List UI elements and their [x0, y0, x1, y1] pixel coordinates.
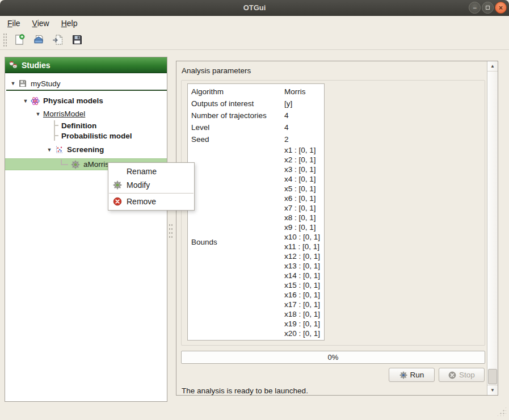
bounds-label: Bounds — [191, 238, 284, 246]
run-button[interactable]: Run — [389, 368, 435, 382]
tree-item-probabilistic-model[interactable]: Probabilistic model — [55, 131, 167, 141]
bounds-item: x3 : [0, 1] — [284, 165, 321, 174]
parameters-table: Algorithm Morris Outputs of interest [y]… — [187, 83, 325, 341]
window-title: OTGui — [243, 3, 266, 12]
studies-icon — [9, 60, 18, 70]
maximize-icon — [486, 6, 490, 10]
param-value: 2 — [284, 135, 321, 144]
expand-arrow-icon[interactable]: ▼ — [10, 81, 16, 86]
menu-item-file[interactable]: File — [6, 18, 22, 29]
tree-item-mystudy[interactable]: ▼ myStudy — [5, 78, 167, 89]
scrollbar-thumb[interactable] — [488, 369, 497, 384]
close-button[interactable]: × — [495, 2, 507, 14]
menubar: File View Help — [0, 16, 509, 30]
model-sub-items: Definition Probabilistic model — [54, 120, 167, 141]
tree-item-label: myStudy — [31, 79, 61, 88]
scroll-up-button[interactable]: ▲ — [487, 61, 498, 72]
branch-tick — [55, 135, 58, 136]
import-script-button[interactable] — [51, 32, 65, 47]
branch-elbow — [61, 159, 68, 165]
bounds-item: x18 : [0, 1] — [284, 309, 321, 319]
atom-icon — [31, 96, 40, 106]
progress-value: 0% — [328, 353, 339, 362]
open-folder-icon — [33, 34, 44, 45]
minimize-icon: − — [473, 5, 477, 11]
param-value: 4 — [284, 111, 321, 120]
tree-item-label: Physical models — [43, 96, 103, 105]
tree-item-definition[interactable]: Definition — [55, 120, 167, 131]
tree-item-physical-models[interactable]: ▼ Physical models — [5, 95, 167, 107]
menu-item-view[interactable]: View — [31, 18, 51, 29]
stop-button[interactable]: Stop — [439, 368, 485, 382]
splitter-handle[interactable] — [169, 223, 173, 240]
bounds-item: x14 : [0, 1] — [284, 271, 321, 280]
context-menu-item-modify[interactable]: Modify — [108, 178, 194, 192]
param-row: Outputs of interest [y] — [188, 98, 324, 110]
minimize-button[interactable]: − — [469, 2, 481, 14]
param-value: Morris — [284, 87, 321, 96]
study-save-icon — [18, 79, 27, 88]
tree-item-label: MorrisModel — [43, 110, 85, 118]
menu-item-help[interactable]: Help — [60, 18, 79, 29]
save-floppy-icon — [71, 34, 83, 45]
param-label: Algorithm — [191, 87, 284, 96]
scroll-down-icon: ▼ — [490, 388, 495, 393]
analysis-title: Analysis parameters — [182, 66, 251, 75]
tree-item-morrismodel[interactable]: ▼ MorrisModel — [5, 108, 167, 120]
tree-item-label: Definition — [61, 121, 96, 130]
toolbar-drag-handle[interactable] — [3, 33, 7, 47]
resize-grip[interactable] — [497, 406, 506, 416]
bounds-item: x8 : [0, 1] — [284, 213, 321, 222]
bounds-item: x13 : [0, 1] — [284, 261, 321, 271]
save-button[interactable] — [70, 32, 85, 47]
expand-arrow-icon[interactable]: ▼ — [22, 98, 29, 104]
stop-button-label: Stop — [459, 371, 475, 379]
bounds-item: x7 : [0, 1] — [284, 203, 321, 213]
titlebar: OTGui − × — [0, 0, 509, 16]
studies-tree: ▼ myStudy ▼ Ph — [5, 73, 167, 170]
import-document-icon — [52, 34, 64, 45]
window-controls: − × — [469, 2, 507, 14]
bounds-item: x12 : [0, 1] — [284, 251, 321, 261]
bounds-item: x2 : [0, 1] — [284, 155, 321, 165]
toolbar — [0, 30, 509, 50]
scroll-up-icon: ▲ — [490, 64, 495, 69]
tree-item-screening[interactable]: ▼ Screening — [5, 144, 167, 156]
bounds-item: x4 : [0, 1] — [284, 174, 321, 184]
param-label: Number of trajectories — [191, 111, 284, 120]
modify-gear-icon — [113, 180, 122, 190]
bounds-row: Bounds x1 : [0, 1]x2 : [0, 1]x3 : [0, 1]… — [188, 145, 324, 338]
gear-icon — [71, 160, 80, 169]
expand-arrow-icon[interactable]: ▼ — [46, 147, 53, 153]
tree-item-label: Screening — [67, 145, 104, 154]
context-menu-item-rename[interactable]: Rename — [108, 165, 194, 178]
vertical-scrollbar[interactable]: ▲ ▼ — [487, 61, 498, 395]
scroll-down-button[interactable]: ▼ — [487, 385, 498, 395]
run-button-label: Run — [410, 371, 424, 379]
context-menu: Rename Modify Remove — [108, 162, 195, 211]
close-icon: × — [499, 5, 503, 11]
screening-scatter-icon — [54, 145, 64, 154]
param-row: Algorithm Morris — [188, 86, 324, 98]
bounds-item: x15 : [0, 1] — [284, 280, 321, 290]
new-study-button[interactable] — [12, 32, 27, 47]
tree-item-label: Probabilistic model — [61, 132, 132, 140]
open-study-button[interactable] — [31, 32, 46, 47]
param-label: Seed — [191, 135, 284, 144]
bounds-item: x20 : [0, 1] — [284, 329, 321, 338]
new-document-icon — [14, 34, 25, 45]
status-text: The analysis is ready to be launched. — [182, 387, 308, 395]
studies-header-label: Studies — [22, 61, 51, 70]
bounds-item: x10 : [0, 1] — [284, 232, 321, 242]
bounds-item: x9 : [0, 1] — [284, 222, 321, 232]
menu-item-label: Remove — [127, 197, 156, 206]
bounds-item: x11 : [0, 1] — [284, 242, 321, 251]
parameters-groupbox: Algorithm Morris Outputs of interest [y]… — [181, 80, 485, 346]
remove-icon — [113, 197, 122, 206]
maximize-button[interactable] — [482, 2, 494, 14]
run-gear-icon — [399, 371, 407, 379]
param-value: [y] — [284, 99, 321, 108]
expand-arrow-icon[interactable]: ▼ — [35, 111, 41, 117]
param-row: Seed 2 — [188, 133, 324, 145]
context-menu-item-remove[interactable]: Remove — [108, 195, 194, 208]
